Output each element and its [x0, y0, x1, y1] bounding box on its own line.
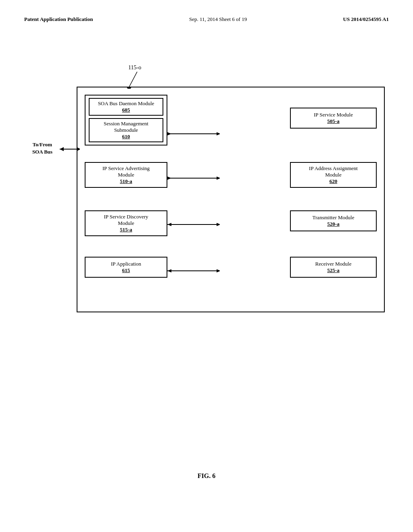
soa-session-group: SOA Bus Daemon Module605 Session Managem…: [85, 95, 167, 145]
patent-number-label: US 2014/0254595 A1: [343, 16, 389, 23]
svg-marker-4: [60, 147, 64, 151]
diagram-area: 115-o To/FromSOA Bus SOA Bus Daemon Modu…: [24, 64, 389, 484]
svg-line-0: [129, 72, 137, 87]
page-header: Patent Application Publication Sep. 11, …: [24, 16, 389, 23]
svg-marker-13: [167, 223, 171, 226]
outer-box: SOA Bus Daemon Module605 Session Managem…: [77, 87, 385, 312]
svg-marker-16: [167, 269, 171, 272]
soa-bus-daemon-box: SOA Bus Daemon Module605: [89, 98, 163, 116]
svg-marker-6: [167, 132, 171, 135]
publication-label: Patent Application Publication: [24, 16, 93, 23]
ip-application-box: IP Application615: [85, 257, 167, 278]
arrow-advertising-ipaddress: [167, 175, 220, 181]
ref-115o-line: [121, 64, 153, 89]
date-sheet-label: Sep. 11, 2014 Sheet 6 of 19: [189, 16, 247, 23]
ip-address-assignment-box: IP Address AssignmentModule620: [290, 162, 377, 188]
arrow-session-ipservice: [167, 131, 220, 137]
ip-service-discovery-box: IP Service DiscoveryModule515-a: [85, 210, 167, 236]
svg-marker-15: [217, 269, 220, 272]
svg-marker-10: [217, 177, 220, 180]
page: Patent Application Publication Sep. 11, …: [0, 0, 413, 532]
svg-marker-9: [167, 177, 171, 180]
ip-service-advertising-box: IP Service AdvertisingModule510-a: [85, 162, 167, 188]
session-mgmt-box: Session ManagementSubmodule610: [89, 118, 163, 142]
fig-label: FIG. 6: [198, 472, 215, 480]
receiver-module-box: Receiver Module525-a: [290, 257, 377, 278]
svg-marker-7: [217, 132, 220, 135]
svg-marker-12: [217, 223, 220, 226]
ip-service-module-box: IP Service Module505-a: [290, 108, 377, 129]
arrow-ipapp-receiver: [167, 268, 220, 274]
tofrom-label: To/FromSOA Bus: [24, 141, 60, 156]
transmitter-module-box: Transmitter Module520-a: [290, 210, 377, 231]
arrow-discovery-transmitter: [167, 222, 220, 227]
